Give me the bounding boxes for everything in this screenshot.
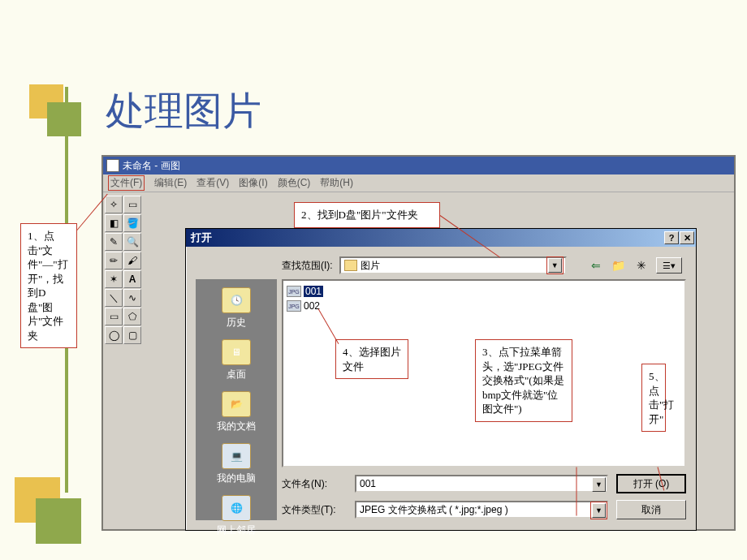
paint-app-icon xyxy=(106,159,119,172)
nav-up-icon[interactable]: 📁 xyxy=(611,257,627,274)
tool-curve[interactable]: ∿ xyxy=(123,289,141,307)
nav-back-icon[interactable]: ⇐ xyxy=(588,257,604,274)
filename-dropdown-icon[interactable]: ▼ xyxy=(592,477,606,492)
annotation-5: 5、点击"打开" xyxy=(641,364,666,432)
paint-titlebar: 未命名 - 画图 xyxy=(103,157,734,174)
filetype-value: JPEG 文件交换格式 ( *.jpg;*.jpeg ) xyxy=(360,503,508,517)
tool-round-rect[interactable]: ▢ xyxy=(123,326,141,344)
tool-picker[interactable]: ✎ xyxy=(105,233,123,251)
views-menu-icon[interactable]: ☰▾ xyxy=(656,257,682,274)
network-icon: 🌐 xyxy=(222,495,251,521)
tool-rect[interactable]: ▭ xyxy=(105,308,123,325)
annotation-1: 1、点击"文件"—"打开"，找到D盘"图片"文件夹 xyxy=(20,223,77,348)
tool-rect-select[interactable]: ▭ xyxy=(123,196,141,213)
menu-color[interactable]: 颜色(C) xyxy=(278,176,311,190)
filetype-dropdown-icon[interactable]: ▼ xyxy=(592,503,606,518)
slide-title: 处理图片 xyxy=(106,85,261,137)
help-button[interactable]: ? xyxy=(664,231,679,244)
paint-menubar: 文件(F) 编辑(E) 查看(V) 图像(I) 颜色(C) 帮助(H) xyxy=(103,174,734,192)
file-item-name: 002 xyxy=(304,300,320,312)
filetype-field[interactable]: JPEG 文件交换格式 ( *.jpg;*.jpeg ) ▼ xyxy=(355,501,608,519)
file-item[interactable]: JPG 002 xyxy=(287,299,681,313)
tool-eraser[interactable]: ◧ xyxy=(105,214,123,232)
place-desktop-label: 桌面 xyxy=(200,368,273,381)
paint-title: 未命名 - 画图 xyxy=(123,159,180,173)
open-dialog: 打开 ? ✕ 查找范围(I): 图片 ▼ ⇐ 📁 ✳ ☰▾ 🕓 历史 🖥 桌面 xyxy=(185,228,697,531)
open-dialog-title: 打开 xyxy=(191,230,212,245)
filename-value: 001 xyxy=(360,478,376,489)
mydocs-icon: 📂 xyxy=(222,391,251,417)
place-history-label: 历史 xyxy=(200,316,273,330)
tool-freeform-select[interactable]: ✧ xyxy=(105,196,123,213)
place-network-label: 网上邻居 xyxy=(200,523,273,537)
lookin-label: 查找范围(I): xyxy=(282,259,333,273)
tool-airbrush[interactable]: ✶ xyxy=(105,270,123,288)
connector-line xyxy=(576,467,577,516)
tool-brush[interactable]: 🖌 xyxy=(123,252,141,269)
lookin-combobox[interactable]: 图片 ▼ xyxy=(339,256,567,274)
lookin-dropdown-icon[interactable]: ▼ xyxy=(548,258,562,273)
annotation-3: 3、点下拉菜单箭头，选"JPEG文件交换格式"(如果是bmp文件就选"位图文件"… xyxy=(475,339,572,422)
file-item[interactable]: JPG 001 xyxy=(287,284,681,299)
filename-label: 文件名(N): xyxy=(282,477,347,491)
annotation-2: 2、找到D盘"图片"文件夹 xyxy=(294,202,440,228)
tool-pencil[interactable]: ✏ xyxy=(105,252,123,269)
place-history[interactable]: 🕓 历史 xyxy=(200,284,273,333)
place-mycomputer[interactable]: 💻 我的电脑 xyxy=(200,440,273,489)
tool-magnifier[interactable]: 🔍 xyxy=(123,233,141,251)
place-mycomputer-label: 我的电脑 xyxy=(200,472,273,485)
menu-edit[interactable]: 编辑(E) xyxy=(154,176,187,190)
file-item-name: 001 xyxy=(304,286,323,297)
tool-fill[interactable]: 🪣 xyxy=(123,214,141,232)
places-bar: 🕓 历史 🖥 桌面 📂 我的文档 💻 我的电脑 🌐 网上邻居 xyxy=(196,279,277,520)
place-mydocs-label: 我的文档 xyxy=(200,420,273,433)
menu-image[interactable]: 图像(I) xyxy=(239,176,267,190)
tool-ellipse[interactable]: ◯ xyxy=(105,326,123,344)
menu-view[interactable]: 查看(V) xyxy=(196,176,229,190)
open-dialog-titlebar: 打开 ? ✕ xyxy=(186,229,696,247)
jpeg-file-icon: JPG xyxy=(287,300,301,312)
desktop-icon: 🖥 xyxy=(222,339,251,365)
filetype-label: 文件类型(T): xyxy=(282,503,347,517)
annotation-4: 4、选择图片文件 xyxy=(335,339,408,379)
place-network[interactable]: 🌐 网上邻居 xyxy=(200,492,273,541)
paint-toolbox: ✧ ▭ ◧ 🪣 ✎ 🔍 ✏ 🖌 ✶ A ＼ ∿ ▭ ⬠ ◯ ▢ xyxy=(103,194,142,346)
open-button[interactable]: 打开 (O) xyxy=(616,474,686,493)
new-folder-icon[interactable]: ✳ xyxy=(633,257,650,274)
mycomputer-icon: 💻 xyxy=(222,443,251,469)
lookin-value: 图片 xyxy=(361,259,380,273)
jpeg-file-icon: JPG xyxy=(287,286,301,297)
menu-file[interactable]: 文件(F) xyxy=(108,175,145,191)
menu-help[interactable]: 帮助(H) xyxy=(320,176,353,190)
tool-line[interactable]: ＼ xyxy=(105,289,123,307)
tool-text[interactable]: A xyxy=(123,270,141,288)
close-button[interactable]: ✕ xyxy=(680,231,694,244)
place-desktop[interactable]: 🖥 桌面 xyxy=(200,336,273,385)
history-icon: 🕓 xyxy=(222,287,251,313)
tool-polygon[interactable]: ⬠ xyxy=(123,308,141,325)
folder-icon xyxy=(344,260,357,271)
place-mydocs[interactable]: 📂 我的文档 xyxy=(200,388,273,437)
filename-field[interactable]: 001 ▼ xyxy=(355,475,608,493)
cancel-button[interactable]: 取消 xyxy=(616,500,686,519)
